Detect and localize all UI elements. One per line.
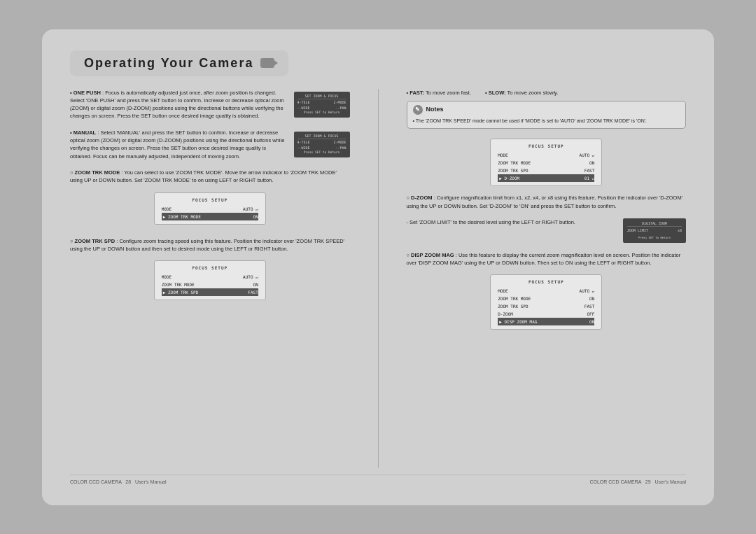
section-one-push: SET ZOOM & FOCUS 4-TELE2-MODE --WIDE--PA… [70,89,350,120]
d-zoom-body: : Configure magnification limit from x1,… [407,195,683,209]
focus-setup-row-2-1: MODEAUTO ↵ [162,273,258,281]
notes-label: Notes [426,105,444,115]
section-zoom-limit: DIGITAL ZOOM ZOOM LIMITx8 Press SET to R… [407,218,687,243]
footer-left-page: 28 [125,479,131,484]
section-d-zoom: FOCUS SETUP MODEAUTO ↵ ZOOM TRK MODEON Z… [407,134,687,210]
one-push-title: • ONE PUSH [70,90,101,96]
screen2-title: SET ZOOM & FOCUS [298,134,346,140]
page-footer: COLOR CCD CAMERA 28 User's Manual COLOR … [70,475,686,484]
focus-setup-row-1-1: MODEAUTO ↵ [162,205,258,213]
footer-right-brand: COLOR CCD CAMERA [589,479,641,484]
focus-setup-title-3: FOCUS SETUP [498,143,594,149]
footer-right-suffix: User's Manual [654,479,686,484]
footer-left-suffix: User's Manual [135,479,167,484]
one-push-body: : Focus is automatically adjusted just o… [70,90,284,120]
footer-right-page: 29 [645,479,651,484]
zoom-trk-spd-title: ○ ZOOM TRK SPD [70,238,115,244]
notes-text: • The 'ZOOM TRK SPEED' mode cannot be us… [413,118,680,125]
main-content: SET ZOOM & FOCUS 4-TELE2-MODE --WIDE--PA… [70,89,686,468]
section-zoom-trk-spd: ○ ZOOM TRK SPD : Configure zoom tracing … [70,237,350,305]
fast-text: To move zoom fast. [426,90,471,96]
screen1-row1: 4-TELE2-MODE [298,100,346,106]
fast-label: • FAST: [407,90,425,96]
focus-setup-box-3: FOCUS SETUP MODEAUTO ↵ ZOOM TRK MODEON Z… [490,139,602,186]
focus-setup-title-1: FOCUS SETUP [162,197,258,203]
focus-setup-row-1-2: ▶ ZOOM TRK MODEON [162,213,258,220]
focus-setup-box-4: FOCUS SETUP MODEAUTO ↵ ZOOM TRK MODEON Z… [490,274,602,330]
fast-slow-line: • FAST: To move zoom fast. • SLOW: To mo… [407,89,687,97]
slow-label: • SLOW: [485,90,506,96]
manual-body: : Select 'MANUAL' and press the SET butt… [70,129,284,160]
screen2-row3: Press SET to Return [298,150,346,155]
digital-zoom-screen: DIGITAL ZOOM ZOOM LIMITx8 Press SET to R… [623,218,686,243]
section-zoom-trk-mode: ○ ZOOM TRK MODE : You can select to use … [70,169,350,229]
left-column: SET ZOOM & FOCUS 4-TELE2-MODE --WIDE--PA… [70,89,350,468]
disp-zoom-title: ○ DISP ZOOM MAG [407,252,454,258]
footer-left: COLOR CCD CAMERA 28 User's Manual [70,479,167,484]
screen2: SET ZOOM & FOCUS 4-TELE2-MODE --WIDE--PA… [294,132,350,157]
screen1: SET ZOOM & FOCUS 4-TELE2-MODE --WIDE--PA… [294,92,350,118]
d-zoom-title: ○ D-ZOOM [407,195,433,201]
focus-setup-box-1: FOCUS SETUP MODEAUTO ↵ ▶ ZOOM TRK MODEON [154,192,266,225]
footer-right: COLOR CCD CAMERA 29 User's Manual [589,479,686,484]
column-divider [378,89,379,468]
focus-setup-title-2: FOCUS SETUP [162,265,258,271]
page-title-box: Operating Your Camera [70,50,288,76]
screen2-row2: --WIDE--PAN [298,146,346,151]
camera-icon [260,58,274,68]
zoom-trk-mode-title: ○ ZOOM TRK MODE [70,169,120,176]
notes-icon: ✎ [413,105,423,115]
notes-box: ✎ Notes • The 'ZOOM TRK SPEED' mode cann… [407,101,687,129]
manual-title: • MANUAL [70,129,96,136]
digital-zoom-title: DIGITAL ZOOM [627,221,682,227]
footer-left-brand: COLOR CCD CAMERA [70,479,122,484]
focus-setup-box-2: FOCUS SETUP MODEAUTO ↵ ZOOM TRK MODEON ▶… [154,260,266,300]
notes-header: ✎ Notes [413,105,680,115]
zoom-limit-text: - Set 'ZOOM LIMIT' to the desired level … [407,219,575,225]
section-manual: SET ZOOM & FOCUS 4-TELE2-MODE --WIDE--PA… [70,129,350,160]
screen2-row1: 4-TELE2-MODE [298,140,346,146]
focus-setup-row-2-3: ▶ ZOOM TRK SPDFAST [162,288,258,296]
page-container: Operating Your Camera SET ZOOM & FOCUS 4… [42,29,714,505]
page-title: Operating Your Camera [84,56,253,71]
section-disp-zoom: ○ DISP ZOOM MAG : Use this feature to di… [407,251,687,335]
screen1-row3: Press SET to Return [298,111,346,115]
page-header: Operating Your Camera [70,50,686,76]
screen1-row2: --WIDE--PAN [298,106,346,111]
right-column: • FAST: To move zoom fast. • SLOW: To mo… [407,89,687,468]
digital-zoom-press: Press SET to Return [627,236,682,240]
focus-setup-row-2-2: ZOOM TRK MODEON [162,281,258,288]
screen1-title: SET ZOOM & FOCUS [298,94,346,100]
focus-setup-title-4: FOCUS SETUP [498,279,594,285]
slow-text: To move zoom slowly. [507,90,559,96]
